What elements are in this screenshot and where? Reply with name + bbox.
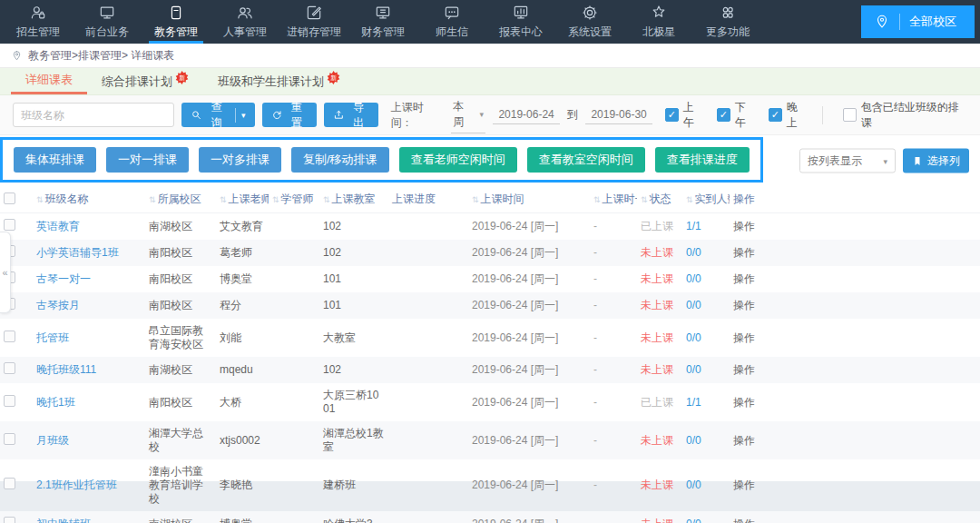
row-action-link[interactable]: 操作 [733,246,755,259]
nav-item-inventory[interactable]: 进销存管理 [279,0,348,44]
filter-checkbox[interactable]: ✓ 上午 [665,100,704,131]
row-action-link[interactable]: 操作 [733,396,755,409]
class-name-link[interactable]: 晚托1班 [36,396,75,409]
checkbox-icon: ✓ [665,108,679,122]
row-checkbox[interactable] [0,421,33,459]
class-name-cell[interactable]: 古琴按月 [33,292,145,319]
filter-checkbox[interactable]: ✓ 下午 [717,100,756,131]
row-checkbox[interactable] [0,319,33,357]
header-campus[interactable]: ⇅所属校区 [145,186,216,213]
row-action-link[interactable]: 操作 [733,363,755,376]
class-name-cell[interactable]: 晚托1班 [33,383,145,421]
select-all-checkbox[interactable] [0,186,33,213]
row-checkbox[interactable] [0,459,33,511]
action-cell[interactable]: 操作 [730,459,782,511]
header-progress[interactable]: 上课进度 [388,186,468,213]
row-checkbox[interactable] [0,383,33,421]
action-cell[interactable]: 操作 [730,266,782,292]
action-cell[interactable]: 操作 [730,240,782,266]
sidebar-collapse-handle[interactable]: « [0,232,11,313]
nav-label: 报表中心 [499,25,543,40]
action-cell[interactable]: 操作 [730,383,782,421]
action-cell[interactable]: 操作 [730,421,782,459]
nav-item-polaris[interactable]: 北极星 [624,0,693,44]
one-to-many-schedule-button[interactable]: 一对多排课 [199,147,281,173]
row-spacer [782,292,980,319]
all-campus-button[interactable]: 全部校区 [861,5,975,38]
period-select[interactable]: 本周 ▾ [451,96,485,133]
class-name-link[interactable]: 初中晚辅班 [36,518,91,523]
class-name-input[interactable] [13,103,174,127]
header-time[interactable]: ⇅上课时间 [468,186,590,213]
action-cell[interactable]: 操作 [730,213,782,241]
one-on-one-schedule-button[interactable]: 一对一排课 [106,147,189,173]
duration-cell: - [590,213,637,241]
date-to-input[interactable]: 2019-06-30 [585,105,652,124]
grid-icon [719,4,737,22]
nav-item-enrollment[interactable]: 招生管理 [4,0,73,44]
header-duration[interactable]: ⇅上课时长 [590,186,637,213]
row-action-link[interactable]: 操作 [733,331,755,344]
search-button[interactable]: 查询 ▾ [181,103,254,127]
filter-checkbox[interactable]: ✓ 晚上 [769,100,808,131]
nav-item-academic[interactable]: 教务管理 [142,0,211,44]
action-cell[interactable]: 操作 [730,292,782,319]
header-attendance[interactable]: ⇅实到人数 [682,186,730,213]
checkbox-icon [4,331,15,342]
row-action-link[interactable]: 操作 [733,479,755,491]
app-window: 招生管理 前台业务 教务管理 人事管理 进销存管理 财务管理 师生信 报表中心 [0,0,980,523]
nav-item-messages[interactable]: 师生信 [417,0,486,44]
class-name-link[interactable]: 晚托班级111 [36,363,96,376]
tab-detailed-schedule[interactable]: 详细课表 [11,68,87,94]
class-name-link[interactable]: 英语教育 [36,220,80,232]
row-action-link[interactable]: 操作 [733,220,755,232]
class-name-cell[interactable]: 古琴一对一 [33,266,145,292]
row-action-link[interactable]: 操作 [733,299,755,311]
copy-move-schedule-button[interactable]: 复制/移动排课 [291,147,389,173]
class-name-cell[interactable]: 初中晚辅班 [33,511,145,523]
class-name-cell[interactable]: 小学英语辅导1班 [33,240,145,266]
row-checkbox[interactable] [0,511,33,523]
class-name-cell[interactable]: 2.1班作业托管班 [33,459,145,511]
tab-班级和学生排课计划[interactable]: 班级和学生排课计划 新 [203,68,355,94]
filter-checkbox[interactable]: ✓ 包含已结业班级的排课 [843,100,967,131]
nav-item-finance[interactable]: 财务管理 [348,0,417,44]
row-action-link[interactable]: 操作 [733,434,755,447]
class-name-cell[interactable]: 托管班 [33,319,145,357]
row-checkbox[interactable] [0,357,33,383]
header-room[interactable]: ⇅上课教室 [319,186,388,213]
class-name-link[interactable]: 古琴一对一 [36,272,91,285]
reset-button[interactable]: 重置 [262,103,317,127]
class-name-link[interactable]: 古琴按月 [36,299,80,311]
row-action-link[interactable]: 操作 [733,518,755,523]
nav-item-settings[interactable]: 系统设置 [555,0,624,44]
nav-item-front-desk[interactable]: 前台业务 [73,0,142,44]
class-name-link[interactable]: 月班级 [36,434,69,447]
group-class-schedule-button[interactable]: 集体班排课 [14,147,96,173]
header-class-name[interactable]: ⇅班级名称 [33,186,145,213]
class-name-cell[interactable]: 晚托班级111 [33,357,145,383]
select-columns-button[interactable]: 选择列 [903,149,969,173]
row-action-link[interactable]: 操作 [733,272,755,285]
schedule-progress-button[interactable]: 查看排课进度 [655,147,750,173]
date-from-input[interactable]: 2019-06-24 [493,105,560,124]
class-name-link[interactable]: 托管班 [36,331,69,344]
display-mode-select[interactable]: 按列表显示 ▾ [799,149,896,173]
class-name-cell[interactable]: 月班级 [33,421,145,459]
nav-item-more[interactable]: 更多功能 [693,0,762,44]
class-name-link[interactable]: 小学英语辅导1班 [36,246,119,259]
export-button[interactable]: 导出 [324,103,378,127]
class-name-link[interactable]: 2.1班作业托管班 [36,479,117,491]
action-cell[interactable]: 操作 [730,319,782,357]
header-status[interactable]: ⇅状态 [637,186,682,213]
nav-item-reports[interactable]: 报表中心 [486,0,555,44]
class-name-cell[interactable]: 英语教育 [33,213,145,241]
teacher-free-time-button[interactable]: 查看老师空闲时间 [399,147,517,173]
header-teacher[interactable]: ⇅上课老师 [216,186,269,213]
nav-item-hr[interactable]: 人事管理 [211,0,279,44]
action-cell[interactable]: 操作 [730,357,782,383]
header-manager[interactable]: ⇅学管师 [269,186,319,213]
tab-综合排课计划[interactable]: 综合排课计划 新 [87,68,203,94]
classroom-free-time-button[interactable]: 查看教室空闲时间 [527,147,645,173]
action-cell[interactable]: 操作 [730,511,782,523]
